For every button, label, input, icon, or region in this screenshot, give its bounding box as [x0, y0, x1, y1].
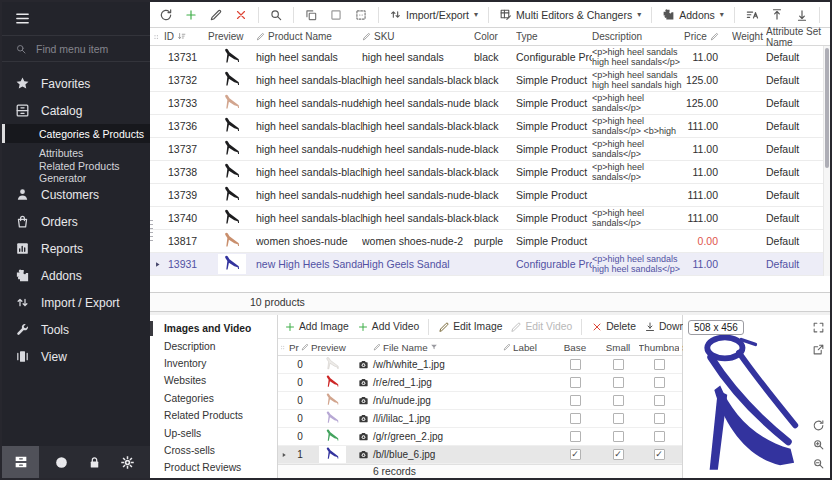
base-checkbox[interactable]	[570, 359, 581, 370]
sidebar-item-import-export[interactable]: Import / Export	[2, 289, 150, 316]
small-checkbox[interactable]: ✓	[613, 449, 624, 460]
small-checkbox[interactable]	[613, 431, 624, 442]
menu-toggle-icon[interactable]	[14, 10, 31, 27]
thumbnail-checkbox[interactable]	[654, 395, 665, 406]
sidebar-item-favorites[interactable]: Favorites	[2, 70, 150, 97]
view-button[interactable]: View▾	[827, 6, 832, 23]
image-row[interactable]: 0/w/h/white_1.jpg	[278, 356, 682, 374]
column-header-base[interactable]: Base	[553, 342, 597, 353]
tab-description[interactable]: Description	[150, 337, 277, 354]
tab-product-reviews[interactable]: Product Reviews	[150, 459, 277, 476]
thumbnail-checkbox[interactable]	[654, 377, 665, 388]
paste-button[interactable]	[351, 6, 371, 24]
small-checkbox[interactable]	[613, 413, 624, 424]
fullscreen-icon[interactable]	[812, 321, 825, 334]
image-row[interactable]: 0/g/r/green_2.jpg	[278, 428, 682, 446]
sidebar-item-catalog[interactable]: Catalog	[2, 97, 150, 124]
zoom-out-icon[interactable]	[812, 457, 825, 470]
sidebar-item-addons[interactable]: Addons	[2, 262, 150, 289]
thumbnail-checkbox[interactable]	[654, 359, 665, 370]
image-row[interactable]: 0/n/u/nude.jpg	[278, 392, 682, 410]
select-button[interactable]	[326, 6, 346, 24]
tab-up-sells[interactable]: Up-sells	[150, 424, 277, 441]
settings-button[interactable]	[120, 455, 135, 470]
menu-search[interactable]	[2, 36, 150, 62]
column-header-sku[interactable]: SKU	[362, 31, 474, 42]
column-header-weight[interactable]: Weight	[732, 31, 766, 42]
edit-image-button[interactable]: Edit Image	[437, 319, 503, 335]
copy-button[interactable]	[301, 6, 321, 24]
column-header-label[interactable]: Label	[503, 342, 553, 353]
sidebar-item-reports[interactable]: Reports	[2, 235, 150, 262]
import-export-button[interactable]: Import/Export▾	[386, 6, 481, 23]
image-row[interactable]: 0/r/e/red_1.jpg	[278, 374, 682, 392]
column-header-small[interactable]: Small	[597, 342, 639, 353]
footer-catalog-button[interactable]	[2, 446, 39, 478]
column-header-pr[interactable]: Pr	[289, 342, 311, 353]
menu-search-input[interactable]	[34, 42, 134, 56]
column-header-preview[interactable]: Preview	[208, 31, 256, 42]
move-down-button[interactable]	[792, 6, 812, 24]
base-checkbox[interactable]: ✓	[570, 449, 581, 460]
refresh-button[interactable]	[156, 6, 176, 24]
find-button[interactable]	[266, 6, 286, 24]
image-row[interactable]: 1/b/l/blue_6.jpg✓✓✓✓	[278, 446, 682, 464]
product-row[interactable]: 13817women shoes-nudewomen shoes-nude-2p…	[150, 230, 830, 253]
column-header-attribute-set-name[interactable]: Attribute Set Name	[766, 26, 830, 48]
column-header-id[interactable]: ID	[164, 31, 208, 42]
base-checkbox[interactable]	[570, 413, 581, 424]
base-checkbox[interactable]	[570, 395, 581, 406]
tab-cross-sells[interactable]: Cross-sells	[150, 442, 277, 459]
sidebar-item-customers[interactable]: Customers	[2, 181, 150, 208]
tab-categories[interactable]: Categories	[150, 390, 277, 407]
move-up-button[interactable]	[767, 6, 787, 24]
product-row[interactable]: 13738high heel sandals-black-37high heel…	[150, 161, 830, 184]
sidebar-item-orders[interactable]: Orders	[2, 208, 150, 235]
thumbnail-checkbox[interactable]	[654, 413, 665, 424]
small-checkbox[interactable]	[613, 359, 624, 370]
small-checkbox[interactable]	[613, 395, 624, 406]
sidebar-item-categories-products[interactable]: Categories & Products	[2, 124, 150, 143]
column-header-description[interactable]: Description	[592, 31, 684, 42]
small-checkbox[interactable]	[613, 377, 624, 388]
lock-button[interactable]	[87, 455, 102, 470]
addons-button[interactable]: Addons▾	[659, 6, 727, 23]
sidebar-item-related-products-generator[interactable]: Related Products Generator	[2, 162, 150, 181]
product-row[interactable]: 13731high heel sandalshigh heel sandalsb…	[150, 46, 830, 69]
column-header-file-name[interactable]: File Name	[373, 342, 503, 353]
tab-inventory[interactable]: Inventory	[150, 355, 277, 372]
product-row[interactable]: 13732high heel sandals-blackhigh heel sa…	[150, 69, 830, 92]
zoom-in-icon[interactable]	[812, 438, 825, 451]
delete-button[interactable]	[231, 6, 251, 24]
open-in-new-icon[interactable]	[812, 343, 825, 356]
column-header-thumbna[interactable]: Thumbna	[639, 342, 679, 353]
tab-related-products[interactable]: Related Products	[150, 407, 277, 424]
base-checkbox[interactable]	[570, 377, 581, 388]
splitter-handle[interactable]	[150, 220, 156, 244]
product-row[interactable]: 13739high heel sandals-nude-37high heel …	[150, 184, 830, 207]
grid-scrollbar[interactable]	[823, 46, 830, 276]
rotate-icon[interactable]	[812, 419, 825, 432]
add-button[interactable]	[181, 6, 201, 24]
thumbnail-checkbox[interactable]: ✓	[654, 449, 665, 460]
image-row[interactable]: 0/l/i/lilac_1.jpg	[278, 410, 682, 428]
tab-websites[interactable]: Websites	[150, 372, 277, 389]
product-row[interactable]: 13736high heel sandals-black-36high heel…	[150, 115, 830, 138]
column-header-color[interactable]: Color	[474, 31, 516, 42]
column-header-price[interactable]: Price	[684, 31, 732, 42]
product-row[interactable]: 13737high heel sandals-nude-36high heel …	[150, 138, 830, 161]
grid-scrollbar-thumb[interactable]	[825, 48, 829, 168]
rename-button[interactable]	[742, 6, 762, 24]
product-row[interactable]: 13740high heel sandals-black-38high heel…	[150, 207, 830, 230]
sidebar-item-view[interactable]: View	[2, 343, 150, 370]
column-header-type[interactable]: Type	[516, 31, 592, 42]
multi-editors-changers-button[interactable]: Multi Editors & Changers▾	[496, 6, 644, 23]
tab-images-and-video[interactable]: Images and Video	[150, 320, 277, 337]
delete-button[interactable]: Delete	[590, 319, 637, 335]
sidebar-item-tools[interactable]: Tools	[2, 316, 150, 343]
thumbnail-checkbox[interactable]	[654, 431, 665, 442]
product-row[interactable]: 13733high heel sandals-nudehigh heel san…	[150, 92, 830, 115]
help-button[interactable]: ?	[54, 455, 69, 470]
base-checkbox[interactable]	[570, 431, 581, 442]
edit-button[interactable]	[206, 6, 226, 24]
